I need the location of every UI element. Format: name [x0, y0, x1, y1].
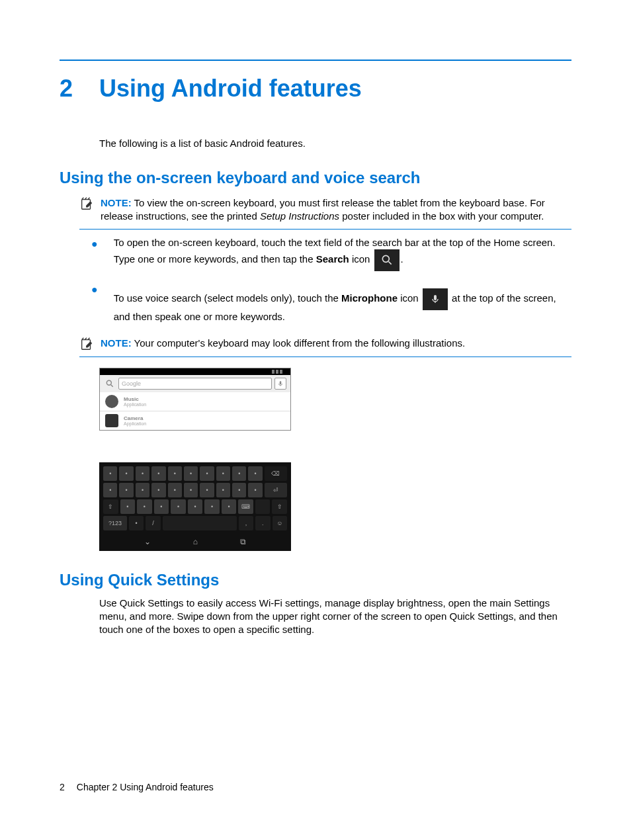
list-item: Camera Application [100, 411, 290, 430]
kbd-key: • [200, 466, 214, 481]
kbd-key: • [103, 483, 117, 497]
kbd-key: • [151, 483, 165, 497]
kbd-key: , [239, 516, 253, 530]
page-number: 2 [60, 781, 65, 794]
search-screenshot: Google Music Application Camera Applicat… [99, 368, 291, 431]
kbd-key: • [188, 499, 203, 514]
search-icon [374, 249, 400, 271]
bullet-item-2: ● To use voice search (select models onl… [91, 282, 571, 329]
note-label: NOTE: [101, 337, 132, 349]
app-icon [105, 414, 118, 427]
item-title: Camera [124, 416, 146, 421]
svg-rect-5 [280, 381, 282, 384]
svg-point-4 [106, 381, 111, 386]
kbd-key: • [204, 499, 220, 514]
kbd-key-space [163, 516, 237, 530]
search-bar: Google [100, 375, 290, 392]
section-quick-heading: Using Quick Settings [60, 569, 571, 591]
bullet-dot-icon: ● [91, 236, 98, 276]
bullet-dot-icon: ● [91, 282, 98, 329]
intro-text: The following is a list of basic Android… [99, 137, 571, 150]
svg-rect-2 [434, 295, 437, 300]
bullet1-b: icon [349, 253, 373, 265]
note-block-1: NOTE: To view the on-screen keyboard, yo… [79, 194, 571, 230]
bullet2-bold: Microphone [341, 292, 398, 304]
kbd-key: / [146, 516, 160, 530]
kbd-key: . [255, 516, 270, 530]
note-block-2: NOTE: Your computer's keyboard may look … [79, 334, 571, 357]
kbd-key: • [119, 466, 133, 481]
kbd-key: • [184, 466, 198, 481]
kbd-key: • [248, 483, 262, 497]
kbd-key: • [216, 466, 230, 481]
bullet-item-1: ● To open the on-screen keyboard, touch … [91, 236, 571, 276]
item-subtitle: Application [124, 402, 146, 407]
kbd-key: • [129, 516, 144, 530]
list-item: Music Application [100, 392, 290, 411]
chapter-title-text: Using Android features [99, 75, 362, 102]
kbd-key: • [168, 483, 182, 497]
kbd-key-shift: ⇧ [103, 499, 118, 514]
note-label: NOTE: [101, 197, 132, 208]
note1-em: Setup Instructions [260, 210, 339, 222]
nav-home-icon: ⌂ [193, 536, 198, 547]
section-keyboard-heading: Using the on-screen keyboard and voice s… [60, 167, 571, 189]
kbd-key: • [168, 466, 182, 481]
item-subtitle: Application [124, 421, 146, 426]
kbd-key: • [151, 466, 165, 481]
microphone-icon [423, 288, 448, 310]
footer-label: Chapter 2 Using Android features [77, 782, 214, 792]
kbd-key: • [137, 499, 152, 514]
note-icon [79, 337, 97, 351]
microphone-icon [274, 378, 286, 390]
kbd-key-sym: ?123 [103, 516, 127, 530]
kbd-key: • [171, 499, 186, 514]
kbd-key: • [154, 499, 169, 514]
nav-back-icon: ⌄ [144, 536, 151, 547]
kbd-key: ⌨ [238, 499, 253, 514]
kbd-key: • [119, 483, 133, 497]
kbd-key: • [232, 466, 246, 481]
chapter-title: 2Using Android features [60, 73, 571, 105]
bullet1-bold: Search [316, 253, 349, 265]
kbd-key-enter: ⏎ [265, 483, 287, 497]
kbd-key: • [216, 483, 230, 497]
kbd-key: • [222, 499, 237, 514]
kbd-key: ☺ [273, 516, 287, 530]
search-icon [104, 378, 116, 390]
chapter-number: 2 [60, 73, 73, 105]
top-rule [60, 60, 571, 61]
kbd-key-backspace: ⌫ [265, 466, 287, 481]
bullet2-b: icon [398, 292, 421, 304]
kbd-key: • [248, 466, 262, 481]
app-icon [105, 395, 118, 408]
kbd-key: • [120, 499, 136, 514]
keyboard-screenshot: ••••••••••⌫ ••••••••••⏎ ⇧•••••••⌨⇧ ?123•… [99, 462, 291, 551]
svg-point-1 [382, 256, 389, 263]
bullet-list: ● To open the on-screen keyboard, touch … [91, 236, 571, 329]
note1-text-b: poster included in the box with your com… [339, 210, 544, 222]
item-title: Music [124, 397, 146, 402]
kbd-key: • [232, 483, 246, 497]
bullet2-a: To use voice search (select models only)… [114, 292, 341, 304]
kbd-key: • [103, 466, 117, 481]
note-icon [79, 196, 97, 224]
kbd-key [255, 499, 271, 514]
note2-text: Your computer's keyboard may look differ… [134, 337, 466, 349]
kbd-key: • [136, 483, 149, 497]
kbd-key: • [136, 466, 149, 481]
bullet1-c: . [401, 253, 403, 265]
status-bar [100, 368, 290, 375]
search-input: Google [118, 378, 272, 390]
nav-bar: ⌄ ⌂ ⧉ [103, 532, 287, 550]
kbd-key: • [184, 483, 198, 497]
page-footer: 2Chapter 2 Using Android features [60, 781, 214, 794]
kbd-key: ⇧ [272, 499, 287, 514]
kbd-key: • [200, 483, 214, 497]
quick-settings-body: Use Quick Settings to easily access Wi-F… [99, 597, 571, 637]
nav-recent-icon: ⧉ [240, 536, 246, 547]
